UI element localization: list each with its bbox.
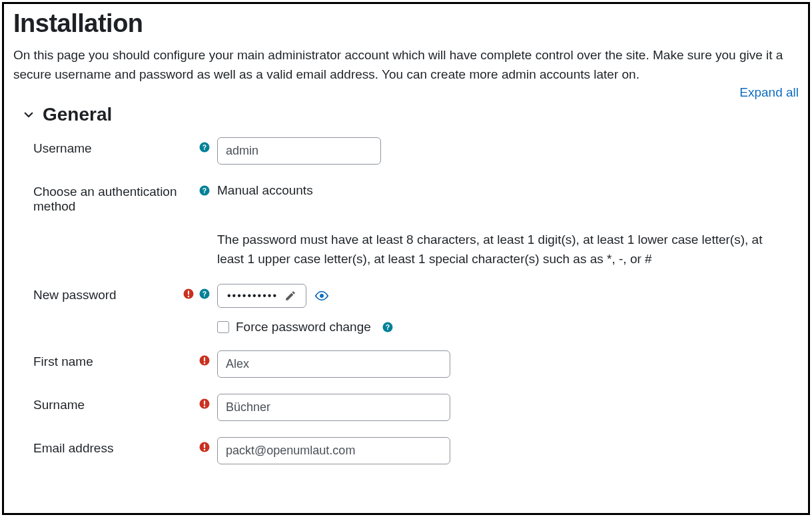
svg-rect-19: [204, 444, 205, 448]
force-change-checkbox[interactable]: [217, 321, 229, 333]
expand-row: Expand all: [13, 85, 799, 100]
expand-all-link[interactable]: Expand all: [739, 85, 799, 99]
help-icon[interactable]: ?: [199, 185, 210, 197]
help-icon[interactable]: ?: [199, 288, 210, 300]
chevron-down-icon[interactable]: [23, 109, 35, 121]
surname-label: Surname: [33, 398, 85, 412]
help-icon[interactable]: ?: [382, 321, 394, 333]
row-surname: Surname: [33, 394, 799, 421]
svg-rect-13: [204, 357, 205, 361]
eye-icon[interactable]: [314, 288, 329, 303]
required-icon: [199, 398, 210, 410]
section-title: General: [43, 104, 112, 125]
page-intro: On this page you should configure your m…: [13, 46, 799, 84]
svg-point-9: [320, 294, 324, 298]
svg-point-17: [204, 406, 206, 408]
svg-point-20: [204, 449, 206, 451]
row-new-password: New password ? ••••••••••: [33, 284, 799, 308]
row-auth-method: Choose an authentication method ? Manual…: [33, 181, 799, 214]
username-label: Username: [33, 141, 92, 156]
help-icon[interactable]: ?: [199, 141, 210, 153]
email-input[interactable]: [217, 437, 450, 464]
force-change-label: Force password change: [236, 320, 371, 334]
required-icon: [199, 354, 210, 366]
svg-text:?: ?: [203, 290, 206, 298]
pencil-icon[interactable]: [284, 290, 296, 302]
svg-text:?: ?: [203, 187, 206, 195]
row-firstname: First name: [33, 350, 799, 378]
svg-rect-5: [188, 290, 189, 294]
username-input[interactable]: [217, 137, 381, 165]
installation-page: Installation On this page you should con…: [2, 2, 810, 515]
password-masked: ••••••••••: [227, 290, 278, 302]
row-force-password-change: Force password change ?: [217, 320, 799, 334]
email-label: Email address: [33, 441, 113, 456]
page-title: Installation: [13, 9, 799, 38]
svg-text:?: ?: [386, 323, 390, 331]
firstname-input[interactable]: [217, 350, 450, 378]
firstname-label: First name: [33, 354, 93, 369]
auth-method-value: Manual accounts: [217, 181, 799, 198]
row-email: Email address: [33, 437, 799, 464]
svg-point-14: [204, 362, 206, 364]
svg-text:?: ?: [203, 143, 206, 151]
required-icon: [199, 441, 210, 453]
required-icon: [183, 288, 195, 300]
new-password-field[interactable]: ••••••••••: [217, 284, 306, 308]
svg-rect-16: [204, 400, 205, 404]
section-header-general[interactable]: General: [23, 104, 799, 125]
auth-method-label: Choose an authentication method: [33, 185, 195, 214]
svg-point-6: [188, 296, 190, 298]
new-password-label: New password: [33, 288, 117, 302]
surname-input[interactable]: [217, 394, 450, 421]
row-username: Username ?: [33, 137, 799, 165]
password-hint: The password must have at least 8 charac…: [217, 230, 790, 269]
